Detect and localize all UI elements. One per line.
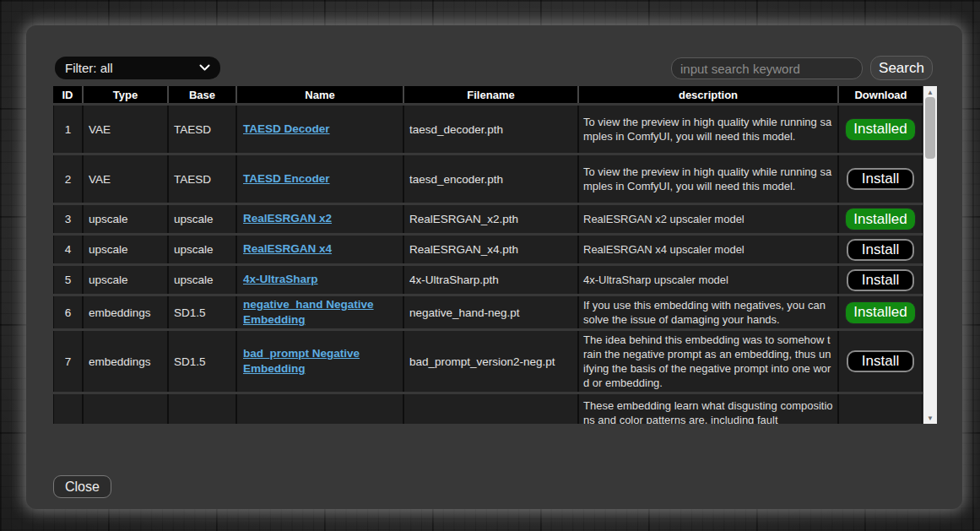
cell-name: 4x-UltraSharp [236, 266, 403, 294]
cell-id: 3 [53, 205, 82, 233]
cell-description: The idea behind this embedding was to so… [577, 331, 837, 392]
cell-name [236, 394, 403, 424]
cell-filename: taesd_decoder.pth [403, 106, 577, 153]
cell-base: upscale [167, 236, 236, 263]
table-scrollbar[interactable]: ▲ ▼ [923, 86, 937, 424]
cell-name: TAESD Encoder [236, 155, 403, 203]
cell-id: 2 [53, 155, 82, 203]
column-header-base: Base [167, 86, 236, 103]
table-row: 6 embeddings SD1.5 negative_hand Negativ… [53, 296, 923, 328]
cell-description: RealESRGAN x4 upscaler model [577, 236, 837, 263]
cell-base: SD1.5 [167, 331, 236, 392]
close-button[interactable]: Close [53, 475, 111, 498]
cell-filename [403, 394, 577, 424]
search-button[interactable]: Search [870, 56, 933, 80]
cell-id: 4 [53, 236, 82, 263]
cell-filename: RealESRGAN_x2.pth [403, 205, 577, 233]
scrollbar-up-arrow-icon[interactable]: ▲ [923, 86, 937, 98]
cell-type: upscale [82, 266, 167, 294]
cell-description: 4x-UltraSharp upscaler model [577, 266, 837, 294]
scrollbar-thumb[interactable] [925, 97, 935, 159]
cell-download: Install [837, 236, 923, 263]
cell-id: 1 [53, 106, 82, 153]
cell-type: VAE [82, 106, 167, 153]
cell-base: upscale [167, 205, 236, 233]
cell-download: Installed [837, 205, 923, 233]
model-table-zone: IDTypeBaseNameFilenamedescriptionDownloa… [53, 86, 937, 424]
cell-type: upscale [82, 205, 167, 233]
cell-download: Install [837, 155, 923, 203]
model-name-link[interactable]: TAESD Encoder [243, 172, 330, 185]
cell-base: TAESD [167, 155, 236, 203]
model-name-link[interactable]: 4x-UltraSharp [243, 273, 318, 285]
cell-description: To view the preview in high quality whil… [577, 155, 837, 203]
table-row: 3 upscale upscale RealESRGAN x2 RealESRG… [53, 205, 923, 233]
model-name-link[interactable]: negative_hand Negative Embedding [243, 298, 374, 326]
cell-type: embeddings [82, 331, 167, 392]
cell-filename: bad_prompt_version2-neg.pt [403, 331, 577, 392]
cell-filename: RealESRGAN_x4.pth [403, 236, 577, 263]
cell-type [82, 394, 167, 424]
column-header-description: description [577, 86, 837, 103]
column-header-download: Download [837, 86, 923, 103]
install-button[interactable]: Install [847, 239, 913, 261]
cell-base: SD1.5 [167, 296, 236, 328]
install-models-dialog: Filter: all Search IDTypeBaseNameFilenam… [26, 25, 962, 509]
table-row: 2 VAE TAESD TAESD Encoder taesd_encoder.… [53, 155, 923, 203]
cell-name: bad_prompt Negative Embedding [236, 331, 403, 392]
cell-type: embeddings [82, 296, 167, 328]
cell-download: Installed [837, 106, 923, 153]
table-row: 7 embeddings SD1.5 bad_prompt Negative E… [53, 331, 923, 392]
installed-button[interactable]: Installed [845, 208, 917, 230]
cell-base [167, 394, 236, 424]
cell-id: 5 [53, 266, 82, 294]
chevron-down-icon [199, 64, 210, 72]
cell-name: TAESD Decoder [236, 106, 403, 153]
model-name-link[interactable]: RealESRGAN x4 [243, 242, 332, 255]
installed-button[interactable]: Installed [845, 301, 917, 324]
cell-base: upscale [167, 266, 236, 294]
cell-name: RealESRGAN x2 [236, 205, 403, 233]
column-header-name: Name [236, 86, 403, 103]
table-row: 1 VAE TAESD TAESD Decoder taesd_decoder.… [53, 106, 923, 153]
model-name-link[interactable]: TAESD Decoder [243, 122, 330, 135]
column-header-type: Type [82, 86, 167, 103]
cell-type: VAE [82, 155, 167, 203]
cell-id [53, 394, 82, 424]
cell-base: TAESD [167, 106, 236, 153]
table-row: 4 upscale upscale RealESRGAN x4 RealESRG… [53, 236, 923, 263]
model-table-body: 1 VAE TAESD TAESD Decoder taesd_decoder.… [53, 106, 923, 424]
table-header-row: IDTypeBaseNameFilenamedescriptionDownloa… [53, 86, 923, 103]
table-row: 5 upscale upscale 4x-UltraSharp 4x-Ultra… [53, 266, 923, 294]
installed-button[interactable]: Installed [845, 118, 917, 141]
install-button[interactable]: Install [847, 269, 913, 291]
cell-description: To view the preview in high quality whil… [577, 106, 837, 153]
table-row: These embedding learn what disgusting co… [53, 394, 923, 424]
model-name-link[interactable]: RealESRGAN x2 [243, 212, 332, 225]
cell-filename: negative_hand-neg.pt [403, 296, 577, 328]
cell-filename: taesd_encoder.pth [403, 155, 577, 203]
cell-description: RealESRGAN x2 upscaler model [577, 205, 837, 233]
cell-filename: 4x-UltraSharp.pth [403, 266, 577, 294]
cell-description: If you use this embedding with negatives… [577, 296, 837, 328]
cell-type: upscale [82, 236, 167, 263]
search-input[interactable] [671, 57, 863, 79]
model-name-link[interactable]: bad_prompt Negative Embedding [243, 347, 360, 375]
cell-id: 6 [53, 296, 82, 328]
column-header-filename: Filename [403, 86, 577, 103]
model-table: IDTypeBaseNameFilenamedescriptionDownloa… [53, 86, 923, 424]
cell-download: Installed [837, 296, 923, 328]
install-button[interactable]: Install [847, 350, 913, 372]
cell-download [837, 394, 923, 424]
column-header-id: ID [53, 86, 82, 103]
cell-id: 7 [53, 331, 82, 392]
cell-name: RealESRGAN x4 [236, 236, 403, 263]
cell-download: Install [837, 331, 923, 392]
cell-download: Install [837, 266, 923, 294]
scrollbar-down-arrow-icon[interactable]: ▼ [923, 412, 937, 424]
install-button[interactable]: Install [847, 168, 913, 190]
cell-description: These embedding learn what disgusting co… [577, 394, 837, 424]
filter-select[interactable]: Filter: all [55, 57, 220, 79]
filter-select-label: Filter: all [65, 61, 113, 75]
cell-name: negative_hand Negative Embedding [236, 296, 403, 328]
